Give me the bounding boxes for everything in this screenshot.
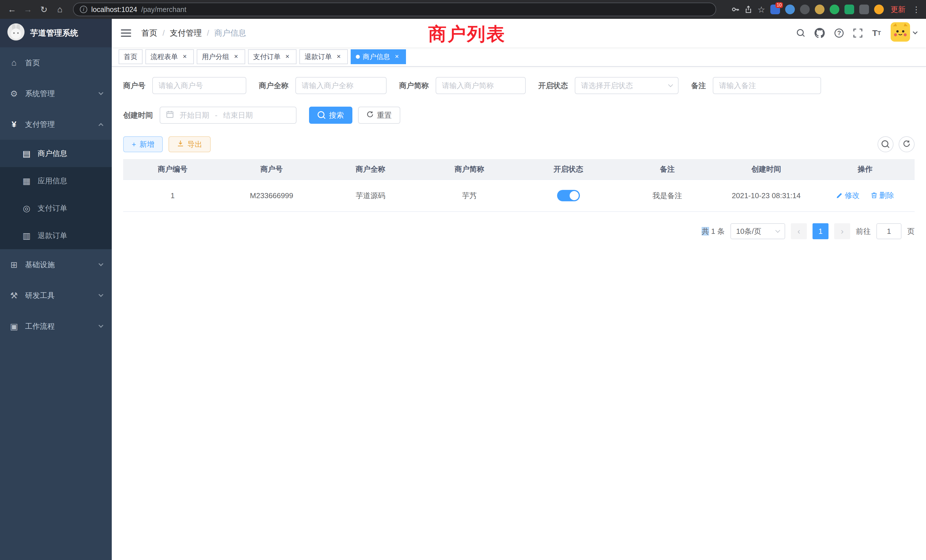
help-icon[interactable]: ?: [834, 29, 844, 38]
extension-icon-badged[interactable]: 10: [770, 5, 780, 14]
sidebar-item-payment[interactable]: ¥ 支付管理: [0, 109, 112, 140]
search-button[interactable]: 搜索: [309, 107, 353, 124]
column-header: 商户号: [222, 159, 321, 180]
site-info-icon[interactable]: i: [80, 6, 87, 13]
full-name-input[interactable]: [295, 77, 387, 94]
sidebar-item-payment-orders[interactable]: ◎ 支付订单: [0, 194, 112, 222]
tag-home[interactable]: 首页: [119, 49, 142, 64]
browser-forward-icon[interactable]: →: [22, 5, 34, 14]
tag-label: 商户信息: [363, 52, 390, 61]
sidebar-item-app-info[interactable]: ▦ 应用信息: [0, 167, 112, 194]
sidebar-toggle-icon[interactable]: [121, 29, 131, 37]
filter-create-time: 创建时间 开始日期 - 结束日期: [123, 107, 297, 124]
breadcrumb-payment[interactable]: 支付管理: [170, 28, 202, 38]
page-1-button[interactable]: 1: [813, 223, 829, 239]
tab-close-icon[interactable]: ×: [335, 53, 343, 61]
filter-label: 创建时间: [123, 110, 153, 120]
extension-icon[interactable]: [844, 5, 854, 14]
chevron-up-icon: [98, 123, 103, 128]
sidebar-item-system[interactable]: ⚙ 系统管理: [0, 78, 112, 109]
extension-icon[interactable]: [830, 5, 839, 14]
tag-user-group[interactable]: 用户分组×: [197, 49, 245, 64]
status-switch[interactable]: [557, 190, 580, 201]
share-icon[interactable]: [744, 5, 752, 14]
active-tab-dot: [356, 55, 360, 59]
download-icon: [177, 140, 184, 149]
browser-home-icon[interactable]: ⌂: [54, 5, 66, 14]
column-header: 商户简称: [420, 159, 519, 180]
tag-merchant-info-active[interactable]: 商户信息×: [351, 49, 406, 64]
tab-close-icon[interactable]: ×: [283, 53, 291, 61]
navbar: 首页 / 支付管理 / 商户信息 商户列表 ? TT: [112, 19, 926, 47]
prev-page-button[interactable]: ‹: [791, 223, 807, 239]
tab-close-icon[interactable]: ×: [393, 53, 401, 61]
sidebar-item-workflow[interactable]: ▣ 工作流程: [0, 311, 112, 342]
extension-icon[interactable]: [815, 5, 825, 14]
next-page-button[interactable]: ›: [834, 223, 850, 239]
add-button-label: 新增: [139, 139, 154, 150]
date-range-picker[interactable]: 开始日期 - 结束日期: [160, 107, 297, 124]
tag-label: 用户分组: [202, 52, 229, 61]
url-host: localhost:1024: [91, 5, 137, 14]
puzzle-extensions-icon[interactable]: [859, 5, 869, 14]
date-end-placeholder: 结束日期: [223, 110, 253, 120]
pagination: 共 1 条 10条/页 ‹ 1 › 前往 页: [123, 223, 915, 239]
font-size-icon[interactable]: TT: [872, 28, 881, 38]
short-name-input[interactable]: [436, 77, 526, 94]
reset-button[interactable]: 重置: [358, 107, 400, 124]
goto-page-input[interactable]: [876, 223, 902, 239]
sidebar-item-refund-orders[interactable]: ▥ 退款订单: [0, 222, 112, 249]
password-key-icon[interactable]: [731, 5, 739, 14]
extension-icon[interactable]: [785, 5, 795, 14]
sidebar-logo[interactable]: 芋道管理系统: [0, 19, 112, 47]
cell-full-name: 芋道源码: [321, 180, 420, 212]
refresh-icon: [903, 139, 910, 150]
browser-back-icon[interactable]: ←: [6, 5, 18, 14]
table-row: 1 M233666999 芋道源码 芋艿 我是备注 2021-10-23 08:…: [123, 180, 915, 212]
extension-icon[interactable]: [800, 5, 809, 14]
bookmark-star-icon[interactable]: ☆: [758, 5, 765, 15]
chevron-down-icon: [668, 82, 673, 87]
filter-label: 商户号: [123, 81, 145, 91]
github-icon[interactable]: [814, 28, 825, 38]
column-header: 商户全称: [321, 159, 420, 180]
tag-payment-orders[interactable]: 支付订单×: [248, 49, 297, 64]
sidebar-item-merchant-info[interactable]: ▤ 商户信息: [0, 140, 112, 167]
sidebar-item-dev-tools[interactable]: ⚒ 研发工具: [0, 280, 112, 311]
user-menu[interactable]: [891, 22, 917, 44]
sidebar: 芋道管理系统 ⌂ 首页 ⚙ 系统管理 ¥ 支付管理 ▤ 商户信息 ▦ 应用信息: [0, 19, 112, 560]
remark-input[interactable]: [713, 77, 821, 94]
cell-status: [519, 180, 618, 212]
browser-profile-icon[interactable]: [874, 5, 884, 14]
search-icon[interactable]: [797, 29, 805, 37]
edit-icon: [836, 192, 843, 199]
add-button[interactable]: + 新增: [123, 136, 163, 152]
sidebar-item-label: 系统管理: [25, 89, 55, 98]
tab-close-icon[interactable]: ×: [181, 53, 189, 61]
tag-process-form[interactable]: 流程表单×: [145, 49, 194, 64]
tools-icon: ⚒: [9, 291, 19, 301]
browser-update-button[interactable]: 更新: [891, 5, 905, 15]
breadcrumb-home[interactable]: 首页: [141, 28, 157, 38]
tag-refund-orders[interactable]: 退款订单×: [300, 49, 348, 64]
tab-close-icon[interactable]: ×: [232, 53, 240, 61]
status-select[interactable]: 请选择开启状态: [575, 77, 679, 94]
refresh-button[interactable]: [899, 136, 915, 152]
fullscreen-icon[interactable]: [853, 29, 862, 38]
merchant-no-input[interactable]: [152, 77, 246, 94]
calendar-icon: [166, 110, 174, 120]
sidebar-item-home[interactable]: ⌂ 首页: [0, 47, 112, 78]
browser-reload-icon[interactable]: ↻: [38, 5, 50, 15]
address-bar[interactable]: i localhost:1024/pay/merchant: [73, 3, 716, 16]
reset-button-label: 重置: [377, 110, 392, 120]
edit-link[interactable]: 修改: [836, 191, 859, 200]
toggle-search-button[interactable]: [878, 136, 894, 152]
cell-merchant-id: 1: [123, 180, 222, 212]
delete-link[interactable]: 删除: [871, 191, 894, 200]
navbar-actions: ? TT: [797, 22, 917, 44]
export-button[interactable]: 导出: [168, 136, 211, 152]
browser-menu-icon[interactable]: ⋮: [912, 5, 920, 14]
sidebar-item-infrastructure[interactable]: ⊞ 基础设施: [0, 249, 112, 280]
page-size-select[interactable]: 10条/页: [731, 223, 785, 239]
chevron-down-icon: [775, 228, 780, 233]
